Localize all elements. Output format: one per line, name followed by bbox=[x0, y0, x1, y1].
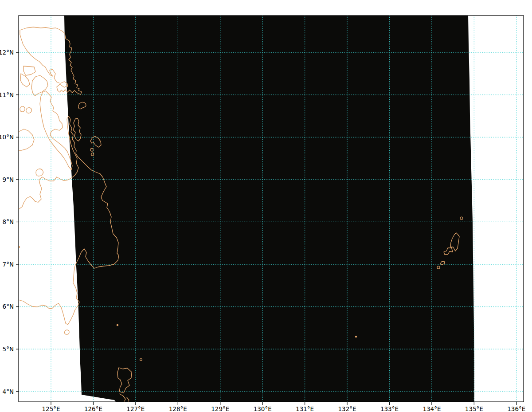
islet-dot-davao bbox=[117, 324, 118, 326]
tick-label-lat-11: 11°N bbox=[0, 91, 14, 98]
tick-label-lat-8: 8°N bbox=[3, 218, 14, 225]
tick-label-lon-133: 133°E bbox=[380, 405, 399, 412]
tick-label-lon-128: 128°E bbox=[169, 405, 187, 412]
tick-label-lon-131: 131°E bbox=[296, 405, 314, 412]
satellite-map-canvas: 125°E126°E127°E128°E129°E130°E131°E132°E… bbox=[0, 0, 532, 412]
tick-label-lat-5: 5°N bbox=[3, 345, 14, 353]
tick-label-lon-132: 132°E bbox=[338, 405, 356, 412]
tick-label-lon-127: 127°E bbox=[126, 405, 145, 412]
tick-label-lon-130: 130°E bbox=[254, 405, 272, 412]
tick-label-lat-7: 7°N bbox=[3, 261, 14, 268]
tick-label-lon-136: 136°E bbox=[507, 405, 525, 412]
tick-label-lat-9: 9°N bbox=[3, 176, 14, 183]
tick-label-lon-135: 135°E bbox=[465, 405, 483, 412]
plot-area bbox=[18, 16, 524, 402]
tick-label-lon-126: 126°E bbox=[84, 405, 102, 412]
tick-label-lon-134: 134°E bbox=[422, 405, 441, 412]
tick-label-lon-129: 129°E bbox=[211, 405, 229, 412]
tick-label-lat-12: 12°N bbox=[0, 49, 14, 56]
islet-dot-east bbox=[355, 336, 356, 337]
satellite-swath bbox=[64, 16, 474, 402]
tick-label-lat-6: 6°N bbox=[3, 303, 14, 310]
tick-label-lon-125: 125°E bbox=[42, 405, 60, 412]
tick-label-lat-4: 4°N bbox=[3, 388, 14, 395]
tick-label-lat-10: 10°N bbox=[0, 133, 14, 141]
